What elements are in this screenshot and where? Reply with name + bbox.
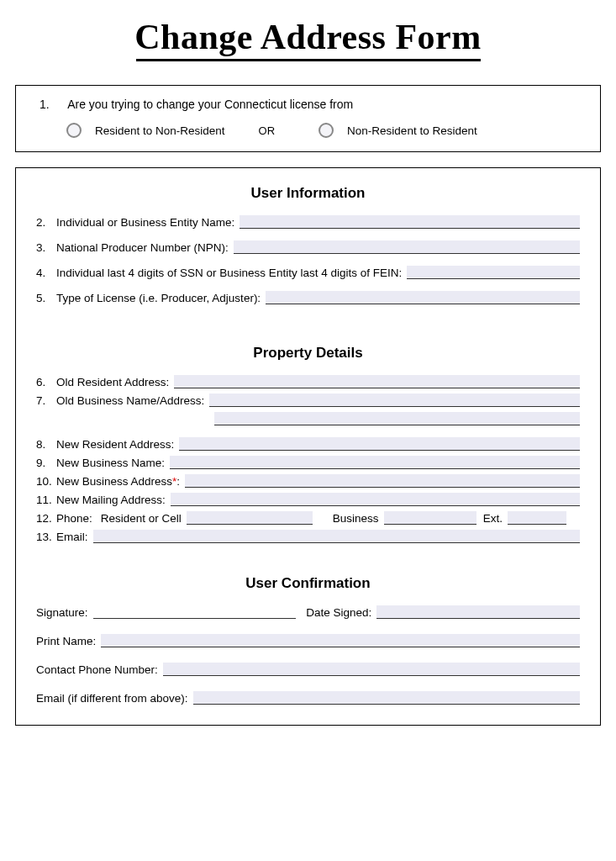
f13-num: 13.	[36, 531, 56, 543]
contact-phone-input[interactable]	[163, 663, 580, 676]
f12-sub3: Ext.	[483, 512, 503, 525]
user-info-heading: User Information	[36, 185, 580, 202]
f7-input-line1[interactable]	[209, 394, 580, 407]
f12-label: Phone:	[56, 512, 92, 525]
f10-label: New Business Address*:	[56, 475, 180, 488]
field-license-type: 5. Type of License (i.e. Producer, Adjus…	[36, 291, 580, 304]
f6-label: Old Resident Address:	[56, 376, 169, 388]
f10-input[interactable]	[185, 474, 580, 488]
f8-input[interactable]	[179, 437, 580, 451]
f4-input[interactable]	[407, 266, 580, 279]
f5-label: Type of License (i.e. Producer, Adjuster…	[56, 292, 261, 304]
field-email: 13. Email:	[36, 530, 580, 543]
radio-nonresident-to-resident[interactable]	[319, 123, 334, 138]
print-name-label: Print Name:	[36, 635, 96, 647]
f7-num: 7.	[36, 394, 56, 407]
f9-input[interactable]	[170, 456, 580, 469]
f12-sub1: Resident or Cell	[101, 512, 182, 525]
f5-num: 5.	[36, 292, 56, 304]
q1-options: Resident to Non-Resident OR Non-Resident…	[39, 123, 577, 138]
title-underline	[136, 59, 481, 61]
f12-resident-cell-input[interactable]	[187, 511, 313, 525]
field-entity-name: 2. Individual or Business Entity Name:	[36, 215, 580, 229]
field-new-resident-address: 8. New Resident Address:	[36, 437, 580, 451]
field-new-business-name: 9. New Business Name:	[36, 456, 580, 469]
f12-business-input[interactable]	[384, 511, 476, 525]
date-signed-input[interactable]	[376, 605, 580, 619]
f2-label: Individual or Business Entity Name:	[56, 216, 234, 229]
f3-label: National Producer Number (NPN):	[56, 241, 229, 254]
f9-num: 9.	[36, 457, 56, 469]
field-phone: 12. Phone: Resident or Cell Business Ext…	[36, 511, 580, 525]
f6-num: 6.	[36, 376, 56, 388]
confirmation-heading: User Confirmation	[36, 575, 580, 592]
field-npn: 3. National Producer Number (NPN):	[36, 240, 580, 254]
field-ssn-fein: 4. Individual last 4 digits of SSN or Bu…	[36, 266, 580, 279]
signature-input[interactable]	[93, 605, 297, 619]
q1-number: 1.	[39, 98, 65, 111]
f9-label: New Business Name:	[56, 457, 165, 469]
f12-ext-input[interactable]	[508, 511, 566, 525]
f3-num: 3.	[36, 241, 56, 254]
f13-input[interactable]	[93, 530, 580, 543]
f4-num: 4.	[36, 267, 56, 279]
opt2-label: Non-Resident to Resident	[347, 124, 477, 137]
f10-num: 10.	[36, 475, 56, 488]
form-title: Change Address Form	[15, 17, 601, 57]
field-email2: Email (if different from above):	[36, 691, 580, 705]
f4-label: Individual last 4 digits of SSN or Busin…	[56, 267, 402, 279]
field-old-resident-address: 6. Old Resident Address:	[36, 375, 580, 388]
field-print-name: Print Name:	[36, 634, 580, 647]
field-signature-date: Signature: Date Signed:	[36, 605, 580, 619]
contact-phone-label: Contact Phone Number:	[36, 663, 158, 676]
question-1-box: 1. Are you trying to change your Connect…	[15, 85, 601, 152]
f11-input[interactable]	[171, 493, 580, 506]
opt1-label: Resident to Non-Resident	[95, 124, 225, 137]
field-new-business-address: 10. New Business Address*:	[36, 474, 580, 488]
f11-num: 11.	[36, 494, 56, 506]
date-signed-label: Date Signed:	[306, 606, 371, 619]
f7-input-line2[interactable]	[214, 412, 580, 425]
f13-label: Email:	[56, 531, 88, 543]
question-1-row: 1. Are you trying to change your Connect…	[39, 98, 577, 111]
print-name-input[interactable]	[101, 634, 580, 647]
email2-input[interactable]	[193, 691, 580, 705]
f11-label: New Mailing Address:	[56, 494, 166, 506]
f2-num: 2.	[36, 216, 56, 229]
field-old-business-cont	[36, 412, 580, 425]
main-form-box: User Information 2. Individual or Busine…	[15, 167, 601, 726]
radio-resident-to-nonresident[interactable]	[66, 123, 82, 138]
f12-num: 12.	[36, 512, 56, 525]
f2-input[interactable]	[240, 215, 580, 229]
f7-label: Old Business Name/Address:	[56, 394, 204, 407]
or-label: OR	[259, 124, 276, 137]
f8-num: 8.	[36, 438, 56, 451]
f6-input[interactable]	[174, 375, 580, 388]
f3-input[interactable]	[234, 240, 580, 254]
f8-label: New Resident Address:	[56, 438, 174, 451]
property-heading: Property Details	[36, 345, 580, 362]
field-contact-phone: Contact Phone Number:	[36, 663, 580, 676]
f5-input[interactable]	[266, 291, 580, 304]
signature-label: Signature:	[36, 606, 88, 619]
email2-label: Email (if different from above):	[36, 692, 188, 705]
field-old-business: 7. Old Business Name/Address:	[36, 394, 580, 407]
q1-text: Are you trying to change your Connecticu…	[67, 98, 353, 111]
field-new-mailing-address: 11. New Mailing Address:	[36, 493, 580, 506]
f12-sub2: Business	[333, 512, 379, 525]
